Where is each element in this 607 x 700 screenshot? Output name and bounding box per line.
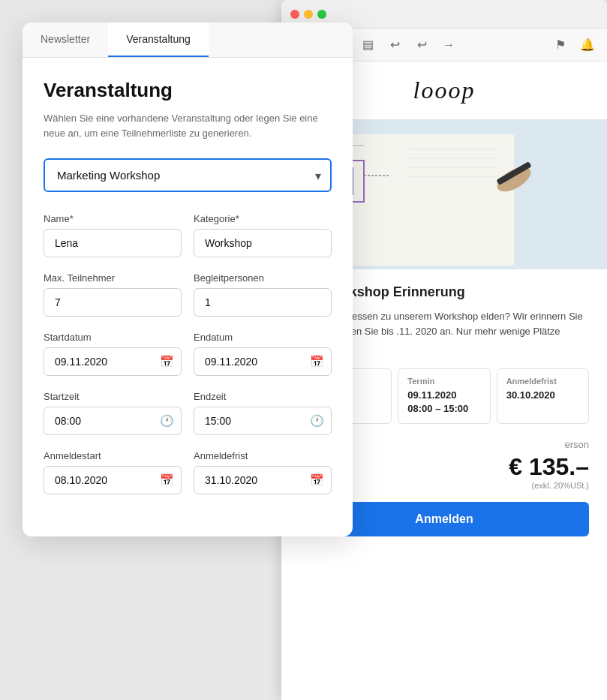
tabs-container: Newsletter Veranstaltung [23,23,353,58]
max-teilnehmer-input[interactable] [44,288,182,317]
teilnehmer-begleit-row: Max. Teilnehmer Begleitpersonen [44,272,332,317]
termin-date: 09.11.2020 [407,389,480,402]
reply-icon[interactable]: ↩ [384,35,405,56]
event-select-wrapper: Marketing Workshop ▾ [44,158,332,192]
anmeldefrist-label: Anmeldefrist [194,450,332,461]
anmeldestart-input-wrapper: 📅 [44,466,182,494]
flag-icon[interactable]: ⚑ [550,35,571,56]
anmelde-row: Anmeldestart 📅 Anmeldefrist 📅 [44,450,332,494]
max-teilnehmer-group: Max. Teilnehmer [44,272,182,317]
endzeit-input[interactable] [194,407,332,435]
forward-icon[interactable]: → [438,35,459,56]
startzeit-input[interactable] [44,407,182,435]
enddatum-input[interactable] [194,347,332,376]
form-title: Veranstaltung [44,79,332,102]
startdatum-label: Startdatum [44,332,182,343]
reply-all-icon[interactable]: ↩ [411,35,432,56]
name-group: Name* [44,213,182,257]
endzeit-group: Endzeit 🕐 [194,391,332,435]
kategorie-group: Kategorie* [194,213,332,257]
anmeldestart-group: Anmeldestart 📅 [44,450,182,494]
enddatum-input-wrapper: 📅 [194,347,332,376]
maximize-button[interactable] [317,10,326,19]
begleitpersonen-group: Begleitpersonen [194,272,332,317]
name-input[interactable] [44,229,182,257]
max-teilnehmer-label: Max. Teilnehmer [44,272,182,284]
anmeldestart-input[interactable] [44,466,182,494]
tab-veranstaltung[interactable]: Veranstaltung [108,23,209,57]
startdatum-input-wrapper: 📅 [44,347,182,376]
endzeit-label: Endzeit [194,391,332,402]
startzeit-group: Startzeit 🕐 [44,391,182,435]
close-button[interactable] [290,10,299,19]
termin-label: Termin [407,377,480,386]
archive-icon[interactable]: ▤ [357,35,378,56]
anmeldefrist-input-wrapper: 📅 [194,466,332,494]
form-panel: Newsletter Veranstaltung Veranstaltung W… [23,23,353,536]
startdatum-group: Startdatum 📅 [44,332,182,376]
tab-newsletter[interactable]: Newsletter [23,23,108,57]
enddatum-label: Endatum [194,332,332,343]
termin-time: 08:00 – 15:00 [407,402,480,416]
form-description: Wählen Sie eine vorhandene Veranstaltung… [44,111,332,140]
anmeldefrist-card: Anmeldefrist 30.10.2020 [497,368,589,424]
anmeldefrist-email-date: 30.10.2020 [506,389,579,402]
name-label: Name* [44,213,182,224]
zeit-row: Startzeit 🕐 Endzeit 🕐 [44,391,332,435]
startzeit-label: Startzeit [44,391,182,402]
anmeldefrist-group: Anmeldefrist 📅 [194,450,332,494]
minimize-button[interactable] [304,10,313,19]
startzeit-input-wrapper: 🕐 [44,407,182,435]
begleitpersonen-input[interactable] [194,288,332,317]
datum-row: Startdatum 📅 Endatum 📅 [44,332,332,376]
anmeldefrist-input[interactable] [194,466,332,494]
endzeit-input-wrapper: 🕐 [194,407,332,435]
form-content: Veranstaltung Wählen Sie eine vorhandene… [23,58,353,536]
anmeldestart-label: Anmeldestart [44,450,182,461]
startdatum-input[interactable] [44,347,182,376]
kategorie-input[interactable] [194,229,332,257]
kategorie-label: Kategorie* [194,213,332,224]
event-select[interactable]: Marketing Workshop [44,158,332,192]
notification-icon[interactable]: 🔔 [577,35,598,56]
termin-card: Termin 09.11.2020 08:00 – 15:00 [398,368,490,424]
anmeldefrist-email-label: Anmeldefrist [506,377,579,386]
begleitpersonen-label: Begleitpersonen [194,272,332,284]
name-kategorie-row: Name* Kategorie* [44,213,332,257]
enddatum-group: Endatum 📅 [194,332,332,376]
traffic-lights [290,10,326,19]
